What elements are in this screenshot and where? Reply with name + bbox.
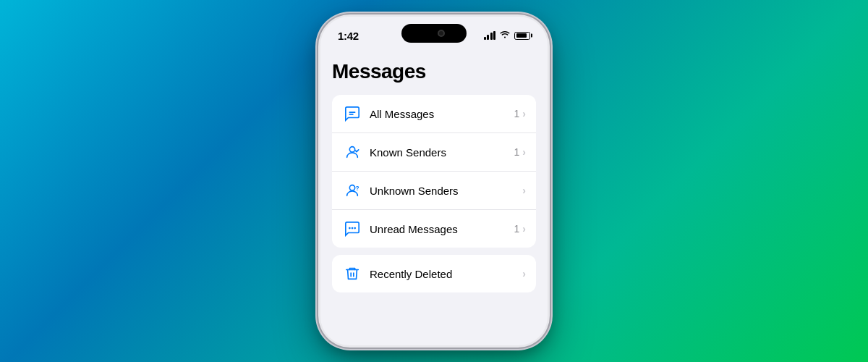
wifi-icon [500,30,510,41]
recently-deleted-item[interactable]: Recently Deleted › [332,255,536,292]
unread-messages-label: Unread Messages [370,223,514,235]
status-bar: 1:42 [320,17,548,49]
known-senders-badge: 1 [514,146,520,158]
svg-point-0 [349,147,354,152]
list-item[interactable]: ? Unknown Senders › [332,172,536,210]
chevron-right-icon: › [522,268,526,279]
status-icons [484,30,531,41]
filter-group: All Messages 1 › Known [332,95,536,248]
known-senders-label: Known Senders [370,146,514,159]
battery-fill [516,33,527,38]
unread-messages-icon [342,219,362,239]
signal-bar-3 [490,33,493,40]
battery-icon [514,32,530,40]
dynamic-island [401,24,467,43]
chevron-right-icon: › [522,185,526,196]
battery-body [514,32,530,40]
screen-content: Messages All Messages 1 › [320,49,548,345]
known-senders-icon [342,142,362,162]
all-messages-label: All Messages [370,108,514,120]
signal-bar-4 [493,31,495,40]
signal-bar-1 [484,37,486,40]
unread-messages-badge: 1 [514,223,520,235]
list-item[interactable]: All Messages 1 › [332,95,536,133]
screen: 1:42 [320,17,548,345]
status-time: 1:42 [338,30,359,42]
svg-text:?: ? [356,185,359,192]
background: 1:42 [0,0,868,362]
chevron-right-icon: › [522,223,526,235]
chevron-right-icon: › [522,146,526,158]
all-messages-icon [342,104,362,124]
svg-point-5 [354,227,356,230]
unknown-senders-icon: ? [342,180,362,201]
page-title: Messages [332,60,536,83]
all-messages-badge: 1 [514,108,520,119]
list-item[interactable]: Known Senders 1 › [332,133,536,172]
trash-icon [342,264,362,284]
signal-bars-icon [484,31,496,40]
camera-dot [438,30,445,37]
chevron-right-icon: › [522,108,526,119]
phone-frame: 1:42 [318,14,550,348]
deleted-group: Recently Deleted › [332,255,536,292]
svg-point-1 [349,185,354,190]
svg-point-3 [352,227,354,230]
unknown-senders-label: Unknown Senders [370,185,519,197]
signal-bar-2 [487,35,489,40]
recently-deleted-label: Recently Deleted [370,268,519,280]
list-item[interactable]: Unread Messages 1 › [332,210,536,248]
svg-point-4 [349,227,351,230]
